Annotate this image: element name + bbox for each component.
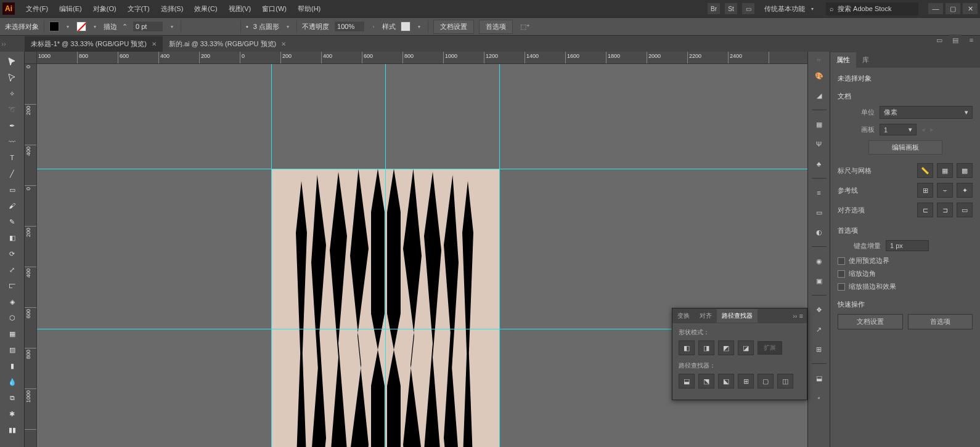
selection-tool[interactable] [4,54,20,69]
free-transform-tool[interactable]: ◈ [4,294,20,309]
menu-file[interactable]: 文件(F) [21,2,53,16]
tab-properties[interactable]: 属性 [830,52,856,68]
guides-lock-icon[interactable]: ⫟ [937,183,953,198]
tabbar-handle-icon[interactable]: ›› [0,36,7,52]
horizontal-ruler[interactable]: 1000800600400200020040060080010001200140… [37,52,807,64]
guide-vertical[interactable] [271,64,272,447]
paintbrush-tool[interactable]: 🖌 [4,198,20,213]
workspace-dropdown[interactable]: 传统基本功能 ▾ [759,2,821,15]
type-tool[interactable]: T [4,150,20,165]
pathfinder-panel[interactable]: 变换 对齐 路径查找器 ›› ≡ 形状模式： ◧ ◨ ◩ ◪ 扩展 路径查找器：… [672,308,807,400]
close-icon[interactable]: ✕ [152,41,157,47]
align-key-icon[interactable]: ⊐ [937,203,953,217]
appearance-icon[interactable]: ◉ [812,254,826,268]
magic-wand-tool[interactable]: ✧ [4,86,20,101]
fill-swatch[interactable] [49,22,59,31]
minus-back-icon[interactable]: ◫ [777,374,793,389]
menu-window[interactable]: 窗口(W) [257,2,292,16]
vertical-ruler[interactable]: 020040002004006008001000 [25,64,37,447]
guide-vertical[interactable] [385,64,386,447]
brushes-icon[interactable]: Ψ [812,137,826,151]
tab-transform[interactable]: 变换 [672,309,695,323]
ruler-icon[interactable]: 📏 [917,163,933,178]
prev-artboard-icon[interactable]: ◂ [921,126,925,134]
curvature-tool[interactable]: 〰 [4,134,20,149]
menu-type[interactable]: 文字(T) [123,2,155,16]
outline-icon[interactable]: ▢ [757,374,774,389]
blend-tool[interactable]: ⧉ [4,390,20,405]
line-tool[interactable]: ╱ [4,166,20,181]
edit-artboard-button[interactable]: 编辑画板 [868,140,942,155]
width-tool[interactable]: ⫍ [4,278,20,293]
align-artboard-icon[interactable]: ▭ [957,203,973,217]
panel-menu-icon[interactable]: ≡ [965,34,978,46]
document-setup-button[interactable]: 文档设置 [433,20,474,34]
brush-label[interactable]: 3 点圆形 [253,22,279,31]
menu-select[interactable]: 选择(S) [156,2,189,16]
exclude-icon[interactable]: ◪ [738,340,754,355]
panel-toggle-icon[interactable]: ▤ [949,34,962,46]
merge-icon[interactable]: ⬕ [718,374,734,389]
close-button[interactable]: ✕ [963,3,978,14]
gradient-tool[interactable]: ▮ [4,358,20,373]
tab-pathfinder[interactable]: 路径查找器 [717,309,757,323]
keyboard-increment-input[interactable]: 1 px [886,240,929,251]
asset-export-icon[interactable]: ↗ [812,323,826,336]
swatches-icon[interactable]: ▦ [812,118,826,131]
search-stock-input[interactable]: ⌕ 搜索 Adobe Stock [826,2,918,15]
checkbox[interactable] [838,283,845,291]
align-icon[interactable]: ⬚⁺ [520,23,530,31]
minimize-button[interactable]: — [928,3,943,14]
gradient-panel-icon[interactable]: ▭ [812,206,826,219]
ruler-origin[interactable] [25,52,37,64]
layers-icon[interactable]: ❖ [812,303,826,316]
minus-front-icon[interactable]: ◨ [698,340,714,355]
stroke-weight-input[interactable]: 0 pt [133,21,163,32]
menu-view[interactable]: 视图(V) [224,2,256,16]
panel-collapse-icon[interactable]: ▭ [933,34,945,46]
eraser-tool[interactable]: ◧ [4,230,20,245]
opacity-input[interactable]: 100% [334,21,365,32]
transparency-icon[interactable]: ◐ [812,225,826,239]
stroke-swatch[interactable] [76,22,86,31]
preferences-button[interactable]: 首选项 [479,20,513,34]
intersect-icon[interactable]: ◩ [718,340,734,355]
grid-icon[interactable]: ▦ [937,163,953,178]
artboards-icon[interactable]: ⊞ [812,342,826,356]
arrange-icon[interactable]: ▭ [742,3,754,14]
maximize-button[interactable]: ▢ [945,3,960,14]
unite-icon[interactable]: ◧ [679,340,695,355]
checkbox[interactable] [838,257,845,265]
scale-tool[interactable]: ⤢ [4,262,20,277]
symbols-icon[interactable]: ♣ [812,157,826,171]
column-graph-tool[interactable]: ▮▮ [4,422,20,437]
rotate-tool[interactable]: ⟳ [4,246,20,261]
mesh-tool[interactable]: ▨ [4,342,20,357]
panel-collapse-icon[interactable]: ›› ≡ [789,312,807,320]
tab-libraries[interactable]: 库 [856,52,875,68]
transparency-grid-icon[interactable]: ▩ [957,163,973,178]
bridge-icon[interactable]: Br [708,3,720,14]
divide-icon[interactable]: ⬓ [679,374,695,389]
graphic-styles-icon[interactable]: ▣ [812,274,826,288]
crop-icon[interactable]: ⊞ [738,374,754,389]
align-dock-icon[interactable]: ▫ [812,391,826,405]
rectangle-tool[interactable]: ▭ [4,182,20,197]
document-tab[interactable]: 未标题-1* @ 33.33% (RGB/GPU 预览) ✕ [25,36,163,52]
close-icon[interactable]: ✕ [281,41,286,47]
trim-icon[interactable]: ⬔ [698,374,714,389]
guide-horizontal[interactable] [37,169,807,169]
quick-prefs-button[interactable]: 首选项 [908,314,973,329]
style-swatch[interactable] [401,22,410,31]
pencil-tool[interactable]: ✎ [4,214,20,229]
next-artboard-icon[interactable]: ▸ [930,126,934,134]
quick-docsetup-button[interactable]: 文档设置 [838,314,903,329]
shape-builder-tool[interactable]: ⬡ [4,310,20,325]
pen-tool[interactable]: ✒ [4,118,20,133]
symbol-sprayer-tool[interactable]: ✱ [4,406,20,421]
units-dropdown[interactable]: 像素▾ [880,106,973,119]
align-to-icon[interactable]: ⊏ [917,203,933,217]
guide-vertical[interactable] [499,64,500,447]
tab-align[interactable]: 对齐 [695,309,717,323]
artboard-dropdown[interactable]: 1▾ [880,124,917,135]
